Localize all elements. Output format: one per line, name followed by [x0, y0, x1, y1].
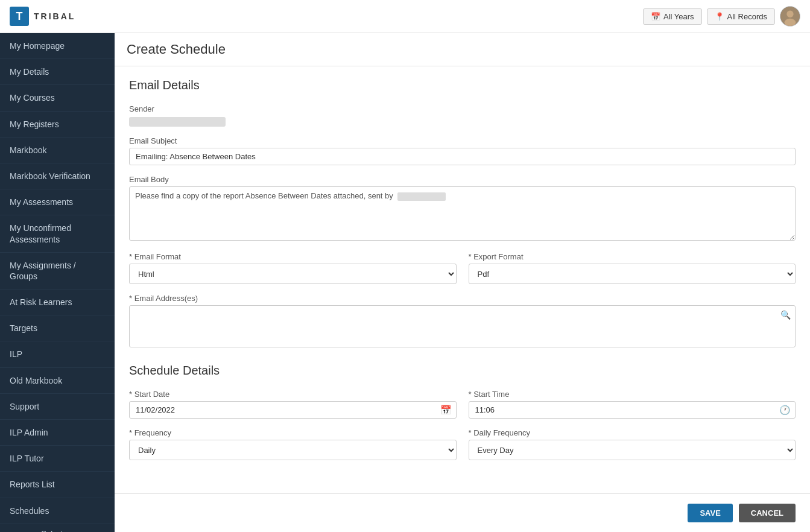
clock-icon[interactable]: 🕐 — [779, 405, 791, 416]
frequency-row: * Frequency Daily Weekly Monthly * Daily… — [129, 428, 796, 470]
svg-point-2 — [785, 19, 796, 27]
start-time-label: * Start Time — [469, 390, 796, 399]
email-details-title: Email Details — [129, 78, 796, 92]
email-body-textarea[interactable] — [129, 186, 796, 241]
export-format-select[interactable]: Pdf Excel Word — [469, 264, 796, 284]
sidebar-item-ilp-tutor[interactable]: ILP Tutor — [0, 446, 115, 472]
user-avatar[interactable] — [780, 6, 800, 27]
email-subject-input[interactable] — [129, 148, 796, 165]
sender-group: Sender — [129, 104, 796, 127]
sidebar-item-markbook[interactable]: Markbook — [0, 138, 115, 163]
sender-label: Sender — [129, 104, 796, 113]
sidebar: My Homepage My Details My Courses My Reg… — [0, 33, 115, 532]
app-header: T TRIBAL 📅 All Years 📍 All Records — [0, 0, 810, 33]
all-years-label: All Years — [663, 12, 694, 21]
export-format-group: * Export Format Pdf Excel Word — [469, 252, 796, 284]
email-address-area: 🔍 — [129, 305, 796, 349]
start-time-group: * Start Time 🕐 — [469, 390, 796, 419]
location-icon: 📍 — [715, 12, 724, 21]
schedule-details-section: Schedule Details * Start Date 📅 * Start … — [129, 364, 796, 470]
start-date-wrapper: 📅 — [129, 401, 457, 419]
sidebar-item-ilp[interactable]: ILP — [0, 341, 115, 367]
svg-point-1 — [786, 11, 793, 17]
email-format-label: * Email Format — [129, 252, 457, 261]
sender-blur — [129, 117, 226, 127]
email-format-select[interactable]: Html Plain Text — [129, 264, 457, 284]
daily-frequency-label: * Daily Frequency — [469, 428, 796, 437]
save-button[interactable]: SAVE — [688, 504, 732, 522]
frequency-group: * Frequency Daily Weekly Monthly — [129, 428, 457, 460]
start-date-group: * Start Date 📅 — [129, 390, 457, 419]
sidebar-item-my-details[interactable]: My Details — [0, 59, 115, 85]
email-search-icon[interactable]: 🔍 — [780, 310, 791, 320]
all-records-label: All Records — [727, 12, 767, 21]
calendar-icon: 📅 — [651, 12, 660, 21]
email-addresses-textarea[interactable] — [129, 305, 796, 347]
form-footer: SAVE CANCEL — [115, 493, 810, 532]
email-addresses-label: * Email Address(es) — [129, 294, 796, 303]
email-subject-label: Email Subject — [129, 136, 796, 145]
select-language-area[interactable]: Google Select Language ▼ — [0, 524, 115, 532]
main-body: Email Details Sender Email Subject Email… — [115, 66, 810, 493]
sidebar-item-my-unconfirmed-assessments[interactable]: My Unconfirmed Assessments — [0, 215, 115, 252]
select-language-label: Select Language — [41, 529, 95, 532]
start-date-label: * Start Date — [129, 390, 457, 399]
email-format-group: * Email Format Html Plain Text — [129, 252, 457, 284]
daily-frequency-select[interactable]: Every Day Weekdays Weekends — [469, 440, 796, 460]
sidebar-item-my-registers[interactable]: My Registers — [0, 112, 115, 138]
start-time-input[interactable] — [469, 401, 796, 419]
logo-text: TRIBAL — [34, 11, 75, 21]
email-subject-group: Email Subject — [129, 136, 796, 165]
all-years-button[interactable]: 📅 All Years — [643, 8, 702, 25]
email-body-label: Email Body — [129, 175, 796, 184]
email-body-group: Email Body Please find a copy of the rep… — [129, 175, 796, 242]
cancel-button[interactable]: CANCEL — [739, 504, 796, 522]
sidebar-item-my-courses[interactable]: My Courses — [0, 85, 115, 111]
sidebar-item-targets[interactable]: Targets — [0, 315, 115, 341]
frequency-select[interactable]: Daily Weekly Monthly — [129, 440, 457, 460]
sidebar-item-support[interactable]: Support — [0, 394, 115, 420]
start-time-wrapper: 🕐 — [469, 401, 796, 419]
frequency-label: * Frequency — [129, 428, 457, 437]
email-addresses-group: * Email Address(es) 🔍 — [129, 294, 796, 349]
sidebar-item-markbook-verification[interactable]: Markbook Verification — [0, 163, 115, 189]
sidebar-item-at-risk-learners[interactable]: At Risk Learners — [0, 290, 115, 315]
date-time-row: * Start Date 📅 * Start Time 🕐 — [129, 390, 796, 428]
sidebar-item-reports-list[interactable]: Reports List — [0, 472, 115, 498]
header-right: 📅 All Years 📍 All Records — [643, 6, 800, 27]
start-date-input[interactable] — [129, 401, 457, 419]
page-title: Create Schedule — [127, 42, 798, 57]
sidebar-item-old-markbook[interactable]: Old Markbook — [0, 368, 115, 394]
main-content: Create Schedule Email Details Sender Ema… — [115, 33, 810, 532]
app-layout: My Homepage My Details My Courses My Reg… — [0, 33, 810, 532]
sidebar-item-my-assessments[interactable]: My Assessments — [0, 189, 115, 215]
daily-frequency-group: * Daily Frequency Every Day Weekdays Wee… — [469, 428, 796, 460]
schedule-details-title: Schedule Details — [129, 364, 796, 378]
sidebar-item-ilp-admin[interactable]: ILP Admin — [0, 420, 115, 446]
page-header: Create Schedule — [115, 33, 810, 66]
logo-icon: T — [10, 7, 29, 26]
export-format-label: * Export Format — [469, 252, 796, 261]
calendar-icon[interactable]: 📅 — [440, 405, 452, 416]
sidebar-item-my-homepage[interactable]: My Homepage — [0, 33, 115, 59]
logo: T TRIBAL — [10, 7, 75, 26]
sidebar-item-schedules[interactable]: Schedules — [0, 498, 115, 524]
format-row: * Email Format Html Plain Text * Export … — [129, 252, 796, 294]
sidebar-item-my-assignments-groups[interactable]: My Assignments / Groups — [0, 253, 115, 290]
all-records-button[interactable]: 📍 All Records — [707, 8, 775, 25]
